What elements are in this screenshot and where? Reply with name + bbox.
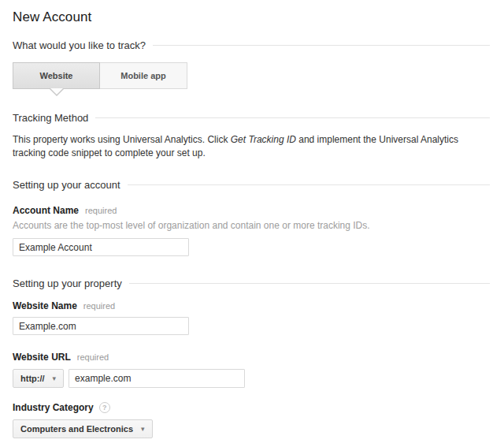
- help-icon[interactable]: ?: [99, 402, 110, 413]
- protocol-dropdown-value: http://: [20, 374, 45, 383]
- description-text: This property works using Universal Anal…: [13, 134, 231, 145]
- tab-website[interactable]: Website: [13, 62, 100, 89]
- website-name-input[interactable]: [13, 317, 189, 335]
- chevron-down-icon: ▾: [53, 374, 57, 382]
- tab-website-label: Website: [40, 71, 73, 80]
- track-section-heading-label: What would you like to track?: [13, 39, 146, 51]
- track-type-tabs: Website Mobile app: [13, 62, 187, 89]
- website-url-row: http:// ▾: [13, 369, 490, 388]
- new-account-page: New Account What would you like to track…: [0, 9, 504, 447]
- tab-mobile-app[interactable]: Mobile app: [100, 62, 187, 89]
- heading-rule: [153, 45, 490, 46]
- account-name-label: Account Name required: [13, 205, 490, 216]
- property-section-heading: Setting up your property: [13, 278, 490, 289]
- required-flag: required: [83, 301, 115, 311]
- heading-rule: [129, 283, 490, 284]
- website-name-label: Website Name required: [13, 300, 490, 311]
- required-flag: required: [77, 352, 109, 362]
- account-section-heading: Setting up your account: [13, 179, 490, 191]
- account-name-input[interactable]: [13, 238, 189, 256]
- get-tracking-id-text: Get Tracking ID: [231, 134, 296, 145]
- account-name-label-text: Account Name: [13, 205, 79, 216]
- track-section-heading: What would you like to track?: [13, 39, 490, 51]
- account-name-helper: Accounts are the top-most level of organ…: [13, 220, 490, 231]
- industry-category-dropdown[interactable]: Computers and Electronics ▾: [13, 419, 153, 438]
- chevron-down-icon: ▾: [141, 425, 145, 433]
- tracking-method-description: This property works using Universal Anal…: [13, 133, 490, 160]
- selected-tab-pointer-fill: [50, 88, 63, 95]
- industry-category-label-text: Industry Category: [13, 402, 94, 413]
- heading-rule: [95, 117, 490, 118]
- website-url-input[interactable]: [69, 369, 245, 388]
- selected-tab-pointer: [50, 89, 64, 96]
- tracking-method-heading: Tracking Method: [13, 112, 490, 124]
- protocol-dropdown[interactable]: http:// ▾: [13, 369, 64, 388]
- property-section-heading-label: Setting up your property: [13, 278, 122, 289]
- heading-rule: [128, 184, 490, 185]
- tracking-method-heading-label: Tracking Method: [13, 112, 88, 124]
- industry-category-label: Industry Category ?: [13, 402, 490, 413]
- tab-mobile-app-label: Mobile app: [120, 71, 165, 80]
- industry-category-dropdown-value: Computers and Electronics: [20, 424, 133, 434]
- website-url-label-text: Website URL: [13, 352, 71, 363]
- account-section-heading-label: Setting up your account: [13, 179, 120, 191]
- page-title: New Account: [13, 9, 490, 25]
- website-url-label: Website URL required: [13, 352, 490, 363]
- required-flag: required: [85, 206, 117, 215]
- website-name-label-text: Website Name: [13, 300, 77, 311]
